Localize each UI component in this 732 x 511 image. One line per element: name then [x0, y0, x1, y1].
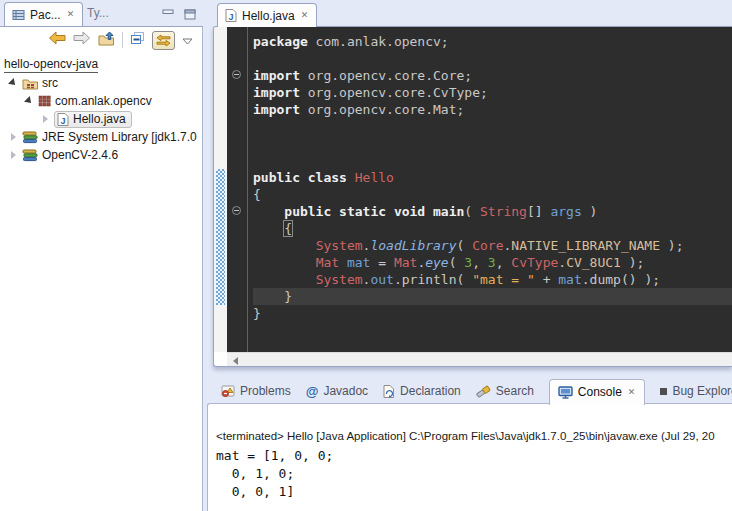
tree-item-opencv-library[interactable]: OpenCV-2.4.6 — [0, 146, 202, 164]
close-icon[interactable]: ✕ — [627, 387, 637, 398]
collapse-all-icon[interactable] — [130, 31, 145, 49]
code-line[interactable]: public class Hello — [253, 169, 732, 186]
view-window-buttons — [162, 6, 196, 24]
java-file-icon: J — [225, 9, 237, 22]
package-explorer-panel: hello-opencv-java src com.anlak.opencv J… — [0, 26, 203, 511]
console-line: 0, 0, 1] — [216, 483, 732, 501]
tree-item-project-root[interactable]: hello-opencv-java — [0, 56, 202, 74]
link-with-editor-button[interactable] — [152, 31, 175, 50]
close-icon[interactable]: ✕ — [300, 10, 310, 21]
bottom-view-tabbar: Problems @ Javadoc Declaration Search Co… — [221, 378, 732, 404]
tree-item-src[interactable]: src — [0, 74, 202, 92]
code-line[interactable] — [253, 118, 732, 135]
svg-text:J: J — [60, 115, 65, 125]
code-line[interactable]: { — [253, 220, 732, 237]
tab-bug-explorer[interactable]: Bug Explorer — [660, 384, 732, 398]
fold-gutter[interactable] — [227, 27, 247, 352]
up-icon[interactable] — [98, 31, 115, 50]
fold-collapse-icon[interactable] — [232, 70, 241, 79]
package-explorer-icon — [12, 9, 25, 21]
editor-panel: package com.anlak.opencv;import org.open… — [213, 26, 732, 367]
collapsed-arrow-icon[interactable] — [11, 133, 16, 141]
console-icon — [558, 386, 573, 399]
code-line[interactable]: { — [253, 186, 732, 203]
tab-declaration[interactable]: Declaration — [383, 384, 461, 398]
console-panel: <terminated> Hello [Java Application] C:… — [207, 403, 732, 511]
code-line[interactable]: package com.anlak.opencv; — [253, 33, 732, 50]
search-icon — [476, 384, 491, 398]
library-icon — [22, 131, 38, 144]
tab-label: Javadoc — [323, 384, 368, 398]
tab-label: Declaration — [400, 384, 461, 398]
console-header: <terminated> Hello [Java Application] C:… — [216, 430, 732, 442]
tab-search[interactable]: Search — [476, 384, 534, 398]
tree-label: OpenCV-2.4.6 — [42, 148, 118, 162]
left-view-tabbar: Pac... ✕ Ty... — [0, 0, 204, 26]
code-line[interactable]: import org.opencv.core.CvType; — [253, 84, 732, 101]
minimize-icon[interactable] — [162, 6, 174, 24]
declaration-icon — [383, 385, 395, 398]
code-line[interactable]: public static void main( String[] args ) — [253, 203, 732, 220]
code-line[interactable] — [253, 50, 732, 67]
code-line[interactable]: } — [253, 305, 732, 322]
package-explorer-toolbar — [0, 27, 202, 53]
tab-label: Hello.java — [242, 9, 295, 23]
toolbar-separator — [122, 32, 123, 48]
console-line: 0, 1, 0; — [216, 465, 732, 483]
tab-label: Pac... — [30, 8, 61, 22]
forward-icon[interactable] — [73, 31, 91, 49]
code-line[interactable] — [253, 135, 732, 152]
editor-tab-hello-java[interactable]: J Hello.java ✕ — [217, 3, 317, 27]
javadoc-icon: @ — [306, 385, 319, 398]
tree-label: JRE System Library [jdk1.7.0 — [42, 130, 197, 144]
code-line[interactable]: System.loadLibrary( Core.NATIVE_LIBRARY_… — [253, 237, 732, 254]
code-line[interactable] — [253, 152, 732, 169]
tree-label: com.anlak.opencv — [55, 94, 152, 108]
editor-horizontal-scrollbar[interactable] — [227, 352, 732, 367]
problems-icon — [221, 385, 235, 398]
package-icon — [38, 95, 51, 107]
source-folder-icon — [22, 77, 38, 90]
tab-label: Console — [578, 385, 622, 399]
selected-tree-item: J Hello.java — [54, 111, 132, 128]
console-output[interactable]: mat = [1, 0, 0; 0, 1, 0; 0, 0, 1] — [216, 447, 732, 501]
tab-problems[interactable]: Problems — [221, 384, 291, 398]
eclipse-workbench: { "window": { "bg": "#E3E9F7" }, "left":… — [0, 0, 732, 511]
code-lines[interactable]: package com.anlak.opencv;import org.open… — [247, 27, 732, 352]
fold-collapse-icon[interactable] — [232, 206, 241, 215]
back-icon[interactable] — [48, 31, 66, 49]
svg-text:J: J — [228, 12, 233, 22]
library-icon — [22, 149, 38, 162]
close-icon[interactable]: ✕ — [66, 9, 76, 20]
tab-label: Search — [496, 384, 534, 398]
code-line[interactable]: import org.opencv.core.Core; — [253, 67, 732, 84]
collapsed-arrow-icon[interactable] — [43, 115, 48, 123]
tree-item-package[interactable]: com.anlak.opencv — [0, 92, 202, 110]
tree-label: Hello.java — [73, 112, 126, 126]
tab-package-explorer[interactable]: Pac... ✕ — [4, 2, 83, 26]
tab-label: Problems — [240, 384, 291, 398]
view-menu-icon[interactable] — [182, 31, 193, 49]
tab-console[interactable]: Console ✕ — [549, 379, 646, 405]
code-line[interactable]: System.out.println( "mat = " + mat.dump(… — [253, 271, 732, 288]
tab-javadoc[interactable]: @ Javadoc — [306, 384, 368, 398]
scroll-left-arrow-icon[interactable] — [233, 357, 238, 365]
editor-left-ruler[interactable] — [214, 27, 227, 352]
code-line[interactable]: Mat mat = Mat.eye( 3, 3, CvType.CV_8UC1 … — [253, 254, 732, 271]
bug-explorer-icon — [660, 388, 667, 395]
tree-label: src — [42, 76, 58, 90]
console-line: mat = [1, 0, 0; — [216, 447, 732, 465]
expanded-arrow-icon[interactable] — [8, 78, 18, 88]
code-line[interactable]: } — [253, 288, 732, 305]
tab-label: Bug Explorer — [672, 384, 732, 398]
expanded-arrow-icon[interactable] — [24, 96, 34, 106]
tree-item-jre-library[interactable]: JRE System Library [jdk1.7.0 — [0, 128, 202, 146]
code-line[interactable]: import org.opencv.core.Mat; — [253, 101, 732, 118]
maximize-icon[interactable] — [184, 6, 196, 24]
tree-item-hello-java[interactable]: J Hello.java — [0, 110, 202, 128]
range-indicator — [216, 169, 225, 305]
collapsed-arrow-icon[interactable] — [11, 151, 16, 159]
tab-label: Ty... — [87, 6, 109, 20]
project-tree: hello-opencv-java src com.anlak.opencv J… — [0, 53, 202, 164]
java-file-icon: J — [57, 113, 69, 126]
